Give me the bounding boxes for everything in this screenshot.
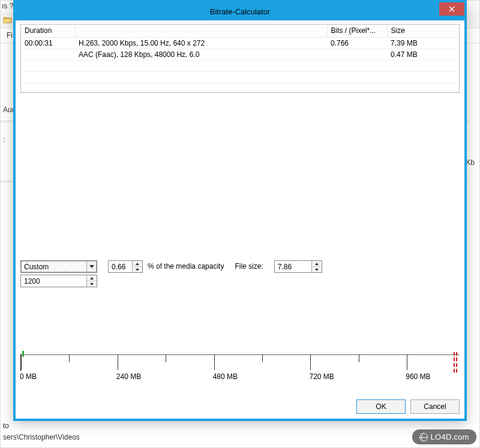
preset-selected: Custom [21,263,86,271]
bg-label-kb: Kb [466,158,475,167]
menu-fragment: ıs ? [1,2,13,10]
filesize-spinner[interactable] [274,260,322,273]
ruler-label: 240 MB [116,372,141,381]
bg-path-fragment: sers\Christopher\Videos [3,433,80,441]
ruler-label: 720 MB [309,372,334,381]
cell-encoding: AAC (Faac), 128 Kbps, 48000 Hz, 6.0 [75,49,327,60]
spin-up-icon[interactable] [312,261,322,267]
table-row[interactable]: 00:00:31 H.263, 2000 Kbps, 15.00 Hz, 640… [21,37,459,49]
ruler-position-marker[interactable] [22,351,24,357]
globe-icon [419,433,428,441]
size-ruler[interactable]: 0 MB 240 MB 480 MB 720 MB 960 MB [20,353,460,389]
ruler-label: 480 MB [213,372,238,381]
col-bits[interactable]: Bits / (Pixel*... [327,25,387,37]
bg-label-to: to [3,422,9,430]
cell-bits [327,49,387,60]
watermark: LO4D.com [412,429,476,444]
ruler-end-marker [454,352,455,372]
dialog-body: Duration Bits / (Pixel*... Size 00:00:31… [16,20,464,419]
filesize-label: File size: [235,260,263,270]
cell-size: 7.39 MB [387,37,459,49]
bitrate-calculator-dialog: Bitrate-Calculator Duration Bits / (Pixe… [13,0,467,421]
cell-encoding: H.263, 2000 Kbps, 15.00 Hz, 640 x 272 [75,37,327,49]
cell-size: 0.47 MB [387,49,459,60]
capacity-pct-input[interactable] [109,261,132,272]
col-duration[interactable]: Duration [21,25,75,37]
cancel-button[interactable]: Cancel [410,399,460,414]
chevron-down-icon[interactable] [86,261,97,272]
watermark-text: LO4D.com [430,432,469,441]
cell-duration: 00:00:31 [21,37,75,49]
capacity-label: % of the media capacity [148,260,224,270]
filesize-input[interactable] [275,261,311,272]
folder-open-icon[interactable] [3,15,13,25]
col-size[interactable]: Size [387,25,459,37]
ruler-end-marker [456,352,457,372]
dialog-buttons: OK Cancel [356,399,460,414]
close-button[interactable] [439,2,464,16]
spin-down-icon[interactable] [87,281,97,287]
ruler-label: 960 MB [406,372,430,381]
table-header-row: Duration Bits / (Pixel*... Size [21,25,459,37]
spin-down-icon[interactable] [133,267,142,272]
streams-table[interactable]: Duration Bits / (Pixel*... Size 00:00:31… [20,24,460,93]
dialog-title: Bitrate-Calculator [16,7,464,16]
bg-label-colon: : [3,136,5,144]
cell-duration [21,49,75,60]
close-icon [449,6,455,12]
capacity-pct-spinner[interactable] [108,260,143,273]
controls-row: Custom % of the media cap [20,260,460,287]
table-row [21,60,459,71]
cell-bits: 0.766 [327,37,387,49]
bitrate-spinner[interactable] [20,275,97,287]
titlebar[interactable]: Bitrate-Calculator [16,2,464,20]
preset-combobox[interactable]: Custom [20,260,97,273]
ruler-label: 0 MB [20,372,37,381]
spin-up-icon[interactable] [133,261,142,267]
table-row[interactable]: AAC (Faac), 128 Kbps, 48000 Hz, 6.0 0.47… [21,49,459,60]
table-row [21,71,459,83]
col-encoding[interactable] [75,25,327,37]
spin-down-icon[interactable] [312,267,322,272]
spin-up-icon[interactable] [87,275,97,281]
ok-button[interactable]: OK [356,399,406,414]
bitrate-input[interactable] [21,275,86,287]
bg-label-fi: Fi [7,31,13,40]
